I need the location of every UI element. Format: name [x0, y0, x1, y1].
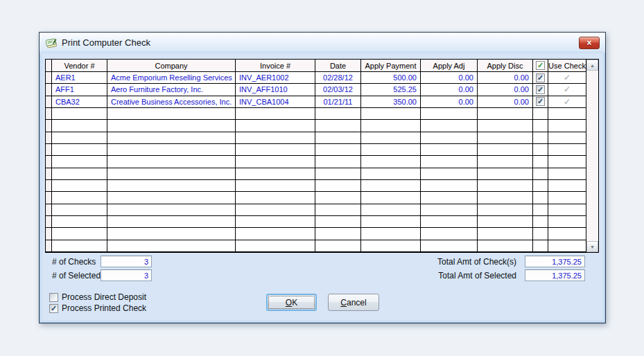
- row-selector[interactable]: [46, 228, 52, 239]
- empty-cell: [478, 108, 533, 119]
- empty-cell: [236, 168, 315, 179]
- total-selected-field: 1,375.25: [525, 269, 585, 281]
- arrow-up-icon: ▲: [590, 63, 595, 68]
- cell-company[interactable]: Creative Business Accessories, Inc.: [107, 96, 236, 107]
- row-selector[interactable]: [46, 216, 52, 227]
- dialog-titlebar[interactable]: Print Computer Check ×: [40, 33, 605, 53]
- cell-vendor[interactable]: CBA32: [52, 96, 107, 107]
- table-empty-row[interactable]: [46, 120, 586, 132]
- cell-apply_adj[interactable]: 0.00: [421, 72, 478, 83]
- cell-use-check: ✓: [548, 84, 586, 95]
- cell-date[interactable]: 01/21/11: [315, 96, 361, 107]
- cell-apply_payment[interactable]: 350.00: [361, 96, 421, 107]
- table-empty-row[interactable]: [46, 192, 586, 204]
- table-empty-row[interactable]: [46, 132, 586, 144]
- row-select-checkbox[interactable]: ✓: [536, 97, 545, 106]
- cell-company[interactable]: Acme Emporium Reselling Services: [107, 72, 236, 83]
- row-selector[interactable]: [46, 84, 52, 95]
- row-selector[interactable]: [46, 96, 52, 107]
- table-empty-row[interactable]: [46, 216, 586, 228]
- column-header-apply_adj[interactable]: Apply Adj: [421, 60, 478, 71]
- column-header-invoice[interactable]: Invoice #: [236, 60, 315, 71]
- table-empty-row[interactable]: [46, 108, 586, 120]
- scroll-down-button[interactable]: ▼: [586, 241, 598, 252]
- row-selector[interactable]: [46, 132, 52, 143]
- process-direct-deposit-checkbox[interactable]: [49, 293, 58, 302]
- table-empty-row[interactable]: [46, 204, 586, 216]
- table-empty-row[interactable]: [46, 156, 586, 168]
- cell-apply_payment[interactable]: 525.25: [361, 84, 421, 95]
- process-direct-deposit-option[interactable]: Process Direct Deposit: [49, 292, 146, 302]
- cell-apply_adj[interactable]: 0.00: [421, 84, 478, 95]
- empty-cell: [533, 228, 548, 239]
- table-row[interactable]: AFF1Aero Furniture Factory, Inc.INV_AFF1…: [46, 84, 586, 96]
- process-printed-check-option[interactable]: ✓ Process Printed Check: [49, 303, 146, 313]
- empty-cell: [52, 240, 107, 251]
- empty-cell: [548, 108, 586, 119]
- row-select-checkbox[interactable]: ✓: [536, 73, 545, 82]
- column-header-use-check[interactable]: Use Check: [548, 60, 586, 71]
- row-selector[interactable]: [46, 120, 52, 131]
- cell-select[interactable]: ✓: [533, 96, 548, 107]
- cell-select[interactable]: ✓: [533, 84, 548, 95]
- empty-cell: [478, 156, 533, 167]
- use-check-mark-icon: ✓: [564, 97, 571, 107]
- invoice-table: Vendor #CompanyInvoice #DateApply Paymen…: [45, 59, 599, 253]
- table-empty-row[interactable]: [46, 240, 586, 252]
- column-header-vendor[interactable]: Vendor #: [52, 60, 107, 71]
- cell-apply_payment[interactable]: 500.00: [361, 72, 421, 83]
- row-selector[interactable]: [46, 168, 52, 179]
- empty-cell: [478, 204, 533, 215]
- cell-invoice[interactable]: INV_AFF1010: [236, 84, 315, 95]
- row-selector[interactable]: [46, 108, 52, 119]
- empty-cell: [315, 144, 361, 155]
- table-row[interactable]: AER1Acme Emporium Reselling ServicesINV_…: [46, 72, 586, 84]
- row-selector[interactable]: [46, 204, 52, 215]
- empty-cell: [107, 132, 236, 143]
- table-empty-row[interactable]: [46, 180, 586, 192]
- column-header-select[interactable]: ✓: [533, 60, 548, 71]
- row-selector[interactable]: [46, 72, 52, 83]
- process-printed-check-checkbox[interactable]: ✓: [49, 304, 58, 313]
- row-selector[interactable]: [46, 180, 52, 191]
- ok-button[interactable]: OK: [266, 294, 317, 311]
- cell-vendor[interactable]: AER1: [52, 72, 107, 83]
- row-selector[interactable]: [46, 192, 52, 203]
- empty-cell: [421, 228, 478, 239]
- cell-date[interactable]: 02/28/12: [315, 72, 361, 83]
- cell-apply_adj[interactable]: 0.00: [421, 96, 478, 107]
- row-select-checkbox[interactable]: ✓: [536, 85, 545, 94]
- table-empty-row[interactable]: [46, 144, 586, 156]
- cell-invoice[interactable]: INV_CBA1004: [236, 96, 315, 107]
- cell-apply_disc[interactable]: 0.00: [478, 96, 533, 107]
- scroll-up-button[interactable]: ▲: [586, 60, 598, 71]
- empty-cell: [548, 120, 586, 131]
- column-header-apply_payment[interactable]: Apply Payment: [361, 60, 421, 71]
- row-selector[interactable]: [46, 144, 52, 155]
- cell-date[interactable]: 02/03/12: [315, 84, 361, 95]
- cancel-button[interactable]: Cancel: [328, 294, 379, 311]
- cell-apply_disc[interactable]: 0.00: [478, 72, 533, 83]
- empty-cell: [548, 204, 586, 215]
- cell-vendor[interactable]: AFF1: [52, 84, 107, 95]
- cell-select[interactable]: ✓: [533, 72, 548, 83]
- column-header-company[interactable]: Company: [107, 60, 236, 71]
- cell-apply_disc[interactable]: 0.00: [478, 84, 533, 95]
- cell-company[interactable]: Aero Furniture Factory, Inc.: [107, 84, 236, 95]
- row-selector[interactable]: [46, 240, 52, 251]
- empty-cell: [361, 108, 421, 119]
- use-check-mark-icon: ✓: [564, 84, 571, 94]
- select-all-checkbox[interactable]: ✓: [536, 61, 545, 70]
- close-button[interactable]: ×: [579, 37, 600, 49]
- table-row[interactable]: CBA32Creative Business Accessories, Inc.…: [46, 96, 586, 108]
- table-empty-row[interactable]: [46, 228, 586, 240]
- table-empty-row[interactable]: [46, 168, 586, 180]
- empty-cell: [52, 168, 107, 179]
- table-scrollbar[interactable]: ▲ ▼: [586, 60, 598, 252]
- row-selector[interactable]: [46, 156, 52, 167]
- close-icon: ×: [586, 39, 591, 47]
- column-header-apply_disc[interactable]: Apply Disc: [478, 60, 533, 71]
- column-header-date[interactable]: Date: [315, 60, 361, 71]
- cell-invoice[interactable]: INV_AER1002: [236, 72, 315, 83]
- empty-cell: [548, 132, 586, 143]
